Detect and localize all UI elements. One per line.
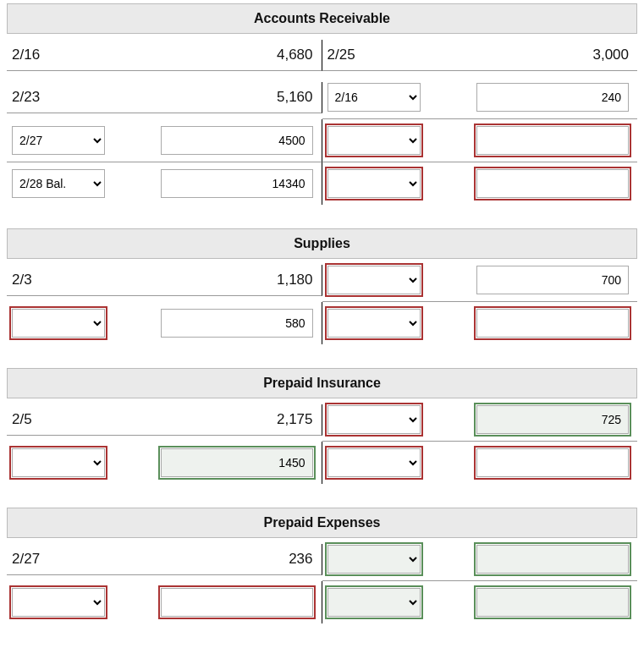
left-date-select[interactable]: 2/28 Bal. (12, 169, 105, 198)
ledger-row (7, 302, 637, 344)
debit-side: 2/3 1,180 (7, 265, 322, 296)
ledger-row (7, 442, 637, 484)
debit-side: 2/23 5,160 (7, 82, 322, 113)
right-date-select[interactable] (328, 405, 421, 434)
left-amount-input[interactable] (161, 309, 313, 338)
right-amount-static: 3,000 (438, 47, 633, 63)
left-date-static: 2/3 (12, 272, 122, 288)
right-amount-input[interactable] (476, 448, 629, 477)
right-date-select[interactable] (328, 126, 421, 155)
left-amount-input[interactable] (161, 126, 313, 155)
t-account: Accounts Receivable 2/16 4,680 2/25 3,00… (7, 3, 637, 205)
credit-side (322, 259, 638, 302)
t-account: Prepaid Expenses 2/27 236 (7, 508, 637, 623)
left-date-select[interactable] (12, 448, 105, 477)
ledger-row: 2/27 (7, 119, 637, 162)
left-amount-input[interactable] (161, 588, 313, 617)
credit-side (322, 119, 638, 162)
right-date-select[interactable]: 2/16 (328, 83, 421, 112)
right-amount-input[interactable] (476, 309, 629, 338)
right-amount-input[interactable] (476, 83, 629, 112)
left-date-static: 2/27 (12, 551, 122, 568)
left-amount-static: 1,180 (122, 272, 316, 288)
debit-side (7, 581, 322, 623)
debit-side: 2/27 (7, 119, 322, 162)
right-amount-input[interactable] (476, 545, 629, 574)
left-amount-static: 4,680 (122, 47, 316, 63)
ledger-row: 2/5 2,175 (7, 398, 637, 442)
credit-side (322, 581, 638, 623)
right-date-select[interactable] (328, 448, 421, 477)
account-title: Accounts Receivable (7, 3, 637, 34)
right-date-select[interactable] (328, 588, 421, 617)
ledger-row: 2/3 1,180 (7, 259, 637, 302)
ledger-row: 2/27 236 (7, 538, 637, 581)
ledger-row: 2/28 Bal. (7, 162, 637, 205)
right-amount-input[interactable] (476, 169, 629, 198)
left-date-static: 2/23 (12, 89, 122, 106)
credit-side (322, 398, 638, 442)
debit-side: 2/16 4,680 (7, 40, 322, 71)
ledger-row: 2/23 5,160 2/16 (7, 76, 637, 119)
left-date-select[interactable]: 2/27 (12, 126, 105, 155)
right-date-select[interactable] (328, 169, 421, 198)
right-amount-input[interactable] (476, 405, 629, 434)
left-date-select[interactable] (12, 588, 105, 617)
debit-side: 2/5 2,175 (7, 404, 322, 436)
account-title: Prepaid Insurance (7, 368, 637, 398)
credit-side (322, 302, 638, 344)
debit-side (7, 442, 322, 484)
left-amount-static: 2,175 (122, 411, 316, 428)
left-date-static: 2/16 (12, 47, 122, 63)
ledger-row: 2/16 4,680 2/25 3,000 (7, 34, 637, 76)
right-date-select[interactable] (328, 309, 421, 338)
right-amount-input[interactable] (476, 266, 629, 294)
credit-side (322, 162, 638, 205)
account-title: Prepaid Expenses (7, 508, 637, 538)
debit-side: 2/27 236 (7, 544, 322, 575)
credit-side: 2/25 3,000 (322, 40, 638, 71)
right-date-static: 2/25 (328, 47, 438, 63)
right-date-select[interactable] (328, 266, 421, 294)
debit-side: 2/28 Bal. (7, 162, 322, 205)
right-amount-input[interactable] (476, 588, 629, 617)
ledger-row (7, 581, 637, 623)
credit-side (322, 538, 638, 581)
credit-side (322, 442, 638, 484)
t-account: Supplies 2/3 1,180 (7, 228, 637, 344)
left-amount-static: 236 (122, 551, 316, 568)
account-title: Supplies (7, 228, 637, 259)
left-date-select[interactable] (12, 309, 105, 338)
left-amount-input[interactable] (161, 169, 313, 198)
right-amount-input[interactable] (476, 126, 629, 155)
right-date-select[interactable] (328, 545, 421, 574)
debit-side (7, 302, 322, 344)
credit-side: 2/16 (322, 76, 638, 119)
t-account: Prepaid Insurance 2/5 2,175 (7, 368, 637, 484)
left-date-static: 2/5 (12, 411, 122, 428)
left-amount-static: 5,160 (122, 89, 316, 106)
left-amount-input[interactable] (161, 448, 313, 477)
